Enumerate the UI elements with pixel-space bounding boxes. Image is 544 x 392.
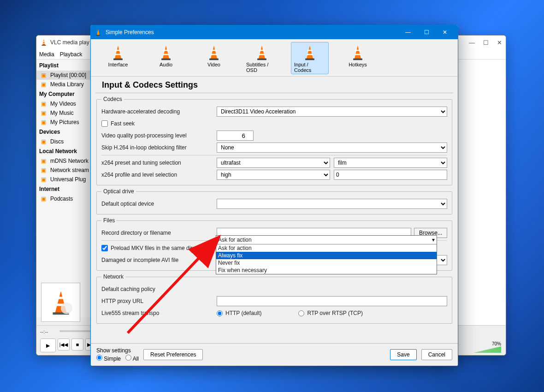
svg-rect-16 [164, 50, 169, 51]
prefs-heading: Input & Codecs Settings [95, 77, 453, 93]
x264-preset-select[interactable]: ultrafast [217, 158, 330, 168]
sidebar-item[interactable]: ▣My Pictures [36, 118, 92, 127]
dropdown-option[interactable]: Ask for action [216, 244, 437, 252]
optical-device-label: Default optical device [101, 201, 217, 207]
svg-point-8 [61, 303, 72, 314]
maximize-icon[interactable]: ☐ [483, 39, 489, 46]
sidebar-item[interactable]: ▣Universal Plug [36, 175, 92, 184]
svg-marker-27 [307, 46, 313, 59]
skip-deblock-select[interactable]: None [217, 143, 447, 153]
dropdown-option[interactable]: Never fix [216, 259, 437, 267]
optical-device-select[interactable] [217, 199, 447, 209]
radio-http[interactable]: HTTP (default) [217, 310, 261, 316]
svg-marker-23 [259, 46, 265, 59]
sidebar-item[interactable]: ▣My Music [36, 108, 92, 118]
tab-audio[interactable]: Audio [147, 42, 185, 74]
svg-rect-32 [355, 50, 361, 51]
sidebar-item[interactable]: ▣mDNS Network [36, 156, 92, 166]
radio-all[interactable]: All [125, 355, 139, 362]
minimize-icon[interactable]: — [399, 25, 417, 39]
dropdown-option[interactable]: Fix when necessary [216, 267, 437, 274]
sidebar-item[interactable]: ▣Network stream [36, 166, 92, 175]
codecs-group: Codecs Hardware-accelerated decoding Dir… [96, 96, 452, 185]
tab-video[interactable]: Video [195, 42, 233, 74]
http-proxy-input[interactable] [217, 296, 447, 306]
live555-label: Live555 stream transpo [101, 310, 217, 316]
skip-deblock-label: Skip H.264 in-loop deblocking filter [101, 144, 217, 151]
record-dir-label: Record directory or filename [101, 230, 217, 236]
files-legend: Files [101, 217, 117, 224]
svg-rect-12 [116, 50, 121, 51]
fast-seek-checkbox[interactable]: Fast seek [101, 120, 135, 127]
save-button[interactable]: Save [390, 349, 416, 360]
sidebar-item[interactable]: ▣Media Library [36, 80, 92, 89]
play-button[interactable]: ▶ [40, 339, 56, 352]
svg-marker-19 [211, 46, 217, 59]
avi-dropdown-open[interactable]: Ask for action▾ Ask for actionAlways fix… [216, 235, 437, 274]
volume-widget[interactable]: 70% [464, 341, 501, 351]
stop-button[interactable]: ■ [71, 339, 83, 350]
svg-marker-15 [163, 46, 169, 59]
tab-subtitles-osd[interactable]: Subtitles / OSD [243, 42, 281, 74]
x264-preset-label: x264 preset and tuning selection [101, 160, 217, 166]
menu-playback[interactable]: Playback [60, 51, 83, 58]
pp-level-spinner[interactable] [217, 131, 254, 141]
sidebar-item[interactable]: ▣Playlist [00:00] [36, 71, 92, 80]
tab-input-codecs[interactable]: Input / Codecs [291, 42, 329, 74]
sidebar-header: Internet [36, 184, 92, 194]
volume-percent: 70% [492, 341, 501, 346]
sidebar-item[interactable]: ▣Podcasts [36, 194, 92, 203]
vlc-title: VLC media play [50, 39, 89, 46]
album-art [41, 283, 80, 322]
prev-button[interactable]: |◀◀ [58, 339, 70, 350]
hw-decode-select[interactable]: Direct3D11 Video Acceleration [217, 107, 447, 117]
avi-damaged-label: Damaged or incomplete AVI file [101, 257, 217, 263]
prefs-footer: Show settings Simple All Reset Preferenc… [91, 343, 458, 366]
svg-marker-11 [115, 46, 121, 59]
vlc-sidebar: Playlist▣Playlist [00:00]▣Media LibraryM… [36, 59, 92, 318]
sidebar-item[interactable]: ▣Discs [36, 137, 92, 146]
svg-rect-28 [307, 50, 313, 51]
svg-rect-17 [163, 54, 169, 55]
svg-rect-21 [211, 54, 217, 55]
maximize-icon[interactable]: ☐ [417, 25, 436, 39]
close-icon[interactable]: ✕ [436, 25, 454, 39]
reset-preferences-button[interactable]: Reset Preferences [143, 349, 203, 360]
sidebar-header: My Computer [36, 89, 92, 99]
sidebar-header: Playlist [36, 60, 92, 71]
svg-rect-20 [212, 50, 217, 51]
dropdown-option[interactable]: Always fix [216, 252, 437, 259]
x264-level-input[interactable] [334, 170, 447, 180]
menu-media[interactable]: Media [39, 51, 54, 58]
svg-rect-10 [96, 35, 101, 36]
svg-rect-2 [43, 43, 45, 44]
sidebar-item[interactable]: ▣My Videos [36, 99, 92, 108]
svg-rect-5 [57, 297, 65, 299]
sidebar-header: Local Network [36, 146, 92, 156]
svg-rect-26 [257, 59, 266, 60]
tab-interface[interactable]: Interface [99, 42, 137, 74]
optical-group: Optical drive Default optical device [96, 188, 452, 214]
prefs-titlebar[interactable]: Simple Preferences — ☐ ✕ [91, 25, 458, 39]
x264-tune-select[interactable]: film [334, 158, 447, 168]
svg-rect-29 [307, 54, 313, 55]
chevron-down-icon: ▾ [432, 237, 435, 243]
cancel-button[interactable]: Cancel [421, 349, 452, 360]
close-icon[interactable]: ✕ [497, 39, 502, 46]
radio-simple[interactable]: Simple [96, 355, 121, 362]
x264-profile-label: x264 profile and level selection [101, 172, 217, 178]
x264-profile-select[interactable]: high [217, 170, 330, 180]
time-display: --:-- [40, 329, 48, 334]
svg-rect-25 [259, 54, 265, 55]
radio-rtp[interactable]: RTP over RTSP (TCP) [298, 310, 362, 316]
minimize-icon[interactable]: — [469, 39, 475, 46]
vlc-playlist-pane [450, 59, 506, 325]
svg-rect-14 [113, 59, 123, 60]
codecs-legend: Codecs [101, 96, 124, 102]
pp-level-label: Video quality post-processing level [101, 132, 217, 139]
preload-mkv-checkbox[interactable]: Preload MKV files in the same directory [101, 245, 207, 251]
tab-hotkeys[interactable]: Hotkeys [339, 42, 377, 74]
svg-marker-31 [355, 46, 361, 59]
cache-policy-label: Default caching policy [101, 286, 217, 292]
svg-marker-9 [97, 29, 100, 35]
